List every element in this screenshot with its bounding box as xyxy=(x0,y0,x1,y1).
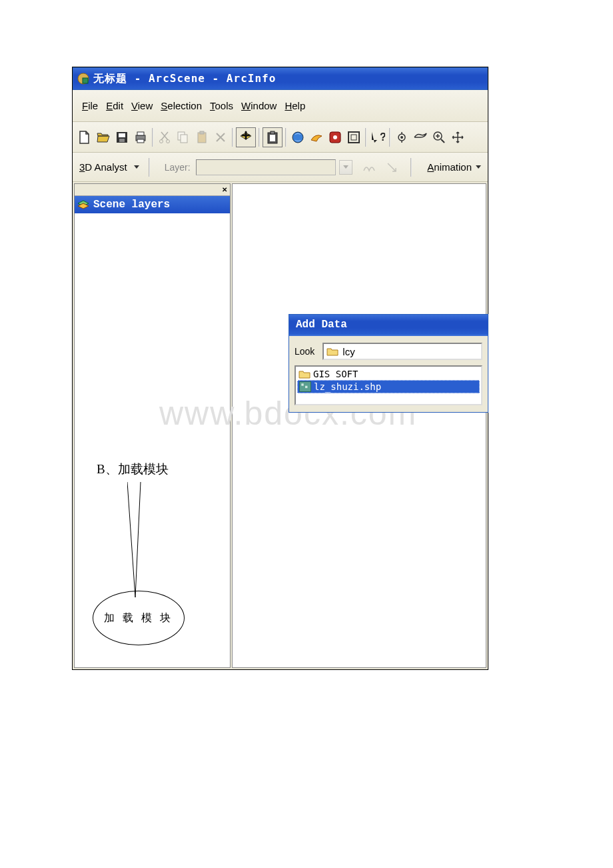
separator-icon xyxy=(389,128,390,147)
layer-combo-arrow[interactable] xyxy=(339,160,352,175)
folder-icon xyxy=(299,369,310,379)
paste-icon xyxy=(193,129,211,146)
svg-rect-3 xyxy=(119,133,125,137)
svg-rect-4 xyxy=(119,139,125,142)
svg-rect-6 xyxy=(137,132,144,135)
add-data-title: Add Data xyxy=(289,315,488,335)
svg-rect-21 xyxy=(348,132,359,143)
animation-menu[interactable]: Animation xyxy=(427,161,472,173)
menu-selection[interactable]: Selection xyxy=(158,99,205,113)
window-title: 无标题 - ArcScene - ArcInfo xyxy=(93,72,276,86)
svg-rect-16 xyxy=(270,135,275,141)
svg-rect-13 xyxy=(200,131,204,134)
annotation-ellipse: 加 载 模 块 xyxy=(93,591,185,645)
analyst-toolbar: 3D Analyst Layer: Animation xyxy=(73,153,488,182)
svg-line-31 xyxy=(127,482,135,597)
copy-icon xyxy=(175,129,192,146)
menu-edit[interactable]: Edit xyxy=(103,99,126,113)
svg-point-25 xyxy=(400,136,403,139)
dropdown-arrow-icon[interactable] xyxy=(476,165,481,169)
file-list[interactable]: GIS SOFT lz_shuzi.shp xyxy=(295,365,482,405)
menu-window[interactable]: Window xyxy=(239,99,279,113)
standard-toolbar: ? xyxy=(73,122,488,153)
whats-this-help-icon[interactable]: ? xyxy=(369,129,386,146)
set-observer-icon[interactable] xyxy=(393,129,410,146)
callout-lines xyxy=(127,482,154,601)
menu-help[interactable]: Help xyxy=(282,99,308,113)
look-in-value: lcy xyxy=(342,346,354,357)
annotation-b-label: B、加载模块 xyxy=(97,462,169,476)
app-window: 无标题 - ArcScene - ArcInfo File Edit View … xyxy=(72,67,488,670)
steepest-path-icon xyxy=(383,159,400,176)
file-name: GIS SOFT xyxy=(313,369,358,379)
center-on-target-icon[interactable] xyxy=(326,129,344,146)
contour-tool-icon xyxy=(360,159,378,176)
separator-icon xyxy=(285,128,287,147)
svg-line-32 xyxy=(135,482,141,597)
svg-rect-7 xyxy=(137,139,144,143)
fly-icon[interactable] xyxy=(308,129,325,146)
separator-icon xyxy=(152,128,153,147)
add-data-body: Look lcy GIS SOFT xyxy=(289,335,488,412)
paste-clipboard-icon[interactable] xyxy=(263,127,283,147)
fly-tool-icon[interactable] xyxy=(412,129,429,146)
scene-layers-node[interactable]: Scene layers xyxy=(75,196,230,213)
svg-rect-11 xyxy=(181,135,187,143)
look-in-label: Look xyxy=(295,346,314,357)
save-icon[interactable] xyxy=(113,129,131,146)
look-in-combo[interactable]: lcy xyxy=(322,343,482,360)
menu-tools[interactable]: Tools xyxy=(207,99,236,113)
dropdown-arrow-icon[interactable] xyxy=(134,165,139,169)
pan-icon[interactable] xyxy=(449,129,466,146)
cut-icon xyxy=(156,129,173,146)
scene-layers-label: Scene layers xyxy=(93,199,170,211)
separator-icon xyxy=(410,158,412,177)
svg-rect-17 xyxy=(271,131,275,134)
folder-icon xyxy=(326,347,338,356)
new-document-icon[interactable] xyxy=(76,129,93,146)
titlebar: 无标题 - ArcScene - ArcInfo xyxy=(73,67,488,90)
file-item-folder[interactable]: GIS SOFT xyxy=(297,368,480,380)
file-item-shapefile[interactable]: lz_shuzi.shp xyxy=(297,380,480,393)
separator-icon xyxy=(232,128,233,147)
file-name: lz_shuzi.shp xyxy=(314,381,381,392)
add-data-dialog: Add Data Look lcy GIS SOFT xyxy=(289,314,488,413)
app-icon xyxy=(77,73,89,85)
svg-point-8 xyxy=(160,139,163,143)
annotation-b: B、加载模块 xyxy=(97,461,230,478)
svg-rect-1 xyxy=(83,78,88,83)
separator-icon xyxy=(149,158,150,177)
separator-icon xyxy=(365,128,366,147)
print-icon[interactable] xyxy=(132,129,149,146)
svg-rect-22 xyxy=(351,135,356,140)
layer-combo[interactable] xyxy=(196,159,336,175)
menu-file[interactable]: File xyxy=(79,99,101,113)
close-icon[interactable]: ✕ xyxy=(222,186,227,193)
scene-viewport[interactable] xyxy=(232,183,486,668)
menu-view[interactable]: View xyxy=(129,99,155,113)
3d-analyst-menu[interactable]: 3D Analyst xyxy=(79,161,127,173)
svg-text:?: ? xyxy=(380,131,385,143)
zoom-to-target-icon[interactable] xyxy=(345,129,362,146)
svg-rect-30 xyxy=(305,386,307,388)
add-data-icon[interactable] xyxy=(236,127,256,147)
layers-icon xyxy=(77,200,89,209)
delete-icon xyxy=(212,129,229,146)
svg-point-20 xyxy=(333,135,337,139)
menubar: File Edit View Selection Tools Window He… xyxy=(73,90,488,122)
navigate-icon[interactable] xyxy=(289,129,306,146)
open-document-icon[interactable] xyxy=(95,129,112,146)
svg-point-9 xyxy=(167,139,170,143)
toc-panel-header: ✕ xyxy=(75,184,230,196)
zoom-in-icon[interactable] xyxy=(430,129,448,146)
svg-rect-29 xyxy=(301,383,303,385)
layer-label: Layer: xyxy=(165,162,191,173)
shapefile-icon xyxy=(299,381,311,392)
separator-icon xyxy=(259,128,260,147)
annotation-ellipse-text: 加 载 模 块 xyxy=(104,611,173,625)
